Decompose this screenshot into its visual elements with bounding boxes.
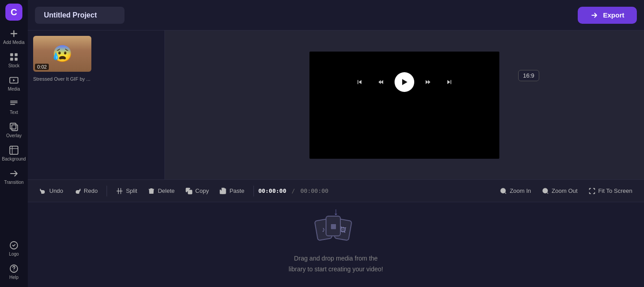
sidebar-label-help: Help: [9, 275, 19, 280]
delete-label: Delete: [158, 187, 175, 194]
sidebar-label-add-media: Add Media: [3, 40, 25, 45]
topbar: Untitled Project Export: [28, 0, 644, 30]
timecode-total: 00:00:00: [301, 187, 329, 194]
rewind-button[interactable]: [373, 74, 389, 90]
svg-rect-6: [10, 123, 16, 129]
bottom-section: Undo Redo Split Delete Copy Paste: [28, 179, 644, 287]
stock-icon: [9, 52, 19, 62]
project-title[interactable]: Untitled Project: [35, 7, 125, 24]
svg-rect-3: [15, 58, 17, 61]
sidebar-item-stock[interactable]: Stock: [0, 48, 28, 72]
zoom-out-button[interactable]: Zoom Out: [537, 185, 582, 197]
timecode-display: 00:00:00 / 00:00:00: [258, 187, 329, 194]
zoom-out-icon: [542, 187, 549, 195]
copy-label: Copy: [195, 187, 209, 194]
skip-to-end-button[interactable]: [441, 74, 457, 90]
svg-rect-2: [10, 58, 13, 61]
video-preview: [309, 52, 499, 159]
svg-line-16: [505, 192, 506, 194]
timeline-empty-line2: library to start creating your video!: [289, 265, 383, 273]
sidebar-label-media: Media: [8, 87, 20, 91]
toolbar: Undo Redo Split Delete Copy Paste: [28, 180, 644, 202]
sidebar-item-text[interactable]: Text: [0, 95, 28, 118]
export-arrow-icon: [590, 11, 598, 19]
transition-icon: [9, 169, 19, 178]
logo-letter: C: [11, 7, 17, 17]
sidebar: C Add Media Stock Media Text Overlay Bac…: [0, 0, 28, 287]
rewind-icon: [377, 78, 385, 86]
svg-rect-0: [10, 53, 13, 56]
logo-icon: [9, 240, 19, 250]
split-icon: [116, 187, 123, 195]
play-icon: [400, 78, 409, 87]
export-button[interactable]: Export: [578, 7, 637, 24]
sidebar-item-background[interactable]: Background: [0, 142, 28, 165]
paste-icon: [219, 187, 227, 195]
sidebar-item-help[interactable]: Help: [0, 260, 28, 283]
undo-label: Undo: [49, 187, 63, 194]
play-pause-button[interactable]: [395, 72, 414, 92]
svg-marker-5: [13, 79, 15, 82]
undo-icon: [39, 187, 47, 195]
overlay-icon: [9, 122, 19, 132]
timecode-divider: /: [292, 187, 295, 194]
timeline-empty-message: Drag and drop media from the library to …: [289, 253, 383, 275]
redo-button[interactable]: Redo: [69, 185, 102, 197]
fast-forward-icon: [424, 78, 432, 86]
aspect-ratio-badge: 16:9: [518, 70, 539, 81]
skip-end-icon: [445, 78, 453, 86]
timeline: ↓ ♪ ▦ 🖼 Drag and drop media from the lib…: [28, 202, 644, 287]
toolbar-right: Zoom In Zoom Out Fit To Screen: [495, 185, 637, 197]
app-logo[interactable]: C: [5, 4, 22, 21]
redo-icon: [74, 187, 81, 195]
media-panel: 0:02 Stressed Over It GIF by ...: [28, 30, 165, 179]
background-icon: [9, 145, 19, 155]
main-content: Untitled Project Export 0:02 Stressed Ov…: [28, 0, 644, 287]
timeline-empty-line1: Drag and drop media from the: [294, 255, 378, 262]
zoom-in-label: Zoom In: [510, 187, 531, 194]
fit-to-screen-icon: [588, 187, 596, 195]
sidebar-label-background: Background: [2, 157, 26, 161]
svg-rect-1: [15, 53, 17, 56]
svg-rect-13: [188, 190, 192, 194]
export-label: Export: [603, 11, 624, 19]
playback-controls: [352, 72, 457, 92]
preview-area: 16:9: [165, 30, 644, 179]
undo-button[interactable]: Undo: [35, 185, 68, 197]
timeline-empty-icon: ↓ ♪ ▦ 🖼: [316, 215, 356, 246]
toolbar-separator-1: [107, 186, 107, 196]
sidebar-item-media[interactable]: Media: [0, 72, 28, 95]
card-icon-2: ▦: [326, 216, 341, 236]
content-area: 0:02 Stressed Over It GIF by ... 16:9: [28, 30, 644, 179]
split-button[interactable]: Split: [112, 185, 142, 197]
sidebar-item-transition[interactable]: Transition: [0, 165, 28, 188]
help-icon: [9, 264, 19, 274]
svg-line-20: [547, 192, 548, 194]
delete-button[interactable]: Delete: [143, 185, 179, 197]
sidebar-label-stock: Stock: [8, 63, 19, 68]
zoom-in-button[interactable]: Zoom In: [495, 185, 536, 197]
skip-to-start-button[interactable]: [352, 74, 368, 90]
media-item-label: Stressed Over It GIF by ...: [33, 76, 91, 82]
media-grid: 0:02 Stressed Over It GIF by ...: [33, 36, 159, 82]
media-thumbnail-stressed-gif[interactable]: 0:02: [33, 36, 91, 72]
sidebar-item-add-media[interactable]: Add Media: [0, 25, 28, 48]
fast-forward-button[interactable]: [420, 74, 436, 90]
redo-label: Redo: [84, 187, 98, 194]
svg-marker-12: [402, 79, 408, 85]
skip-start-icon: [356, 78, 364, 86]
svg-point-11: [13, 270, 14, 271]
copy-button[interactable]: Copy: [181, 185, 213, 197]
fit-to-screen-button[interactable]: Fit To Screen: [584, 185, 637, 197]
media-icon: [9, 75, 19, 85]
text-icon: [9, 99, 19, 109]
delete-icon: [148, 187, 155, 195]
zoom-out-label: Zoom Out: [552, 187, 578, 194]
toolbar-separator-2: [253, 186, 254, 196]
paste-button[interactable]: Paste: [215, 185, 249, 197]
sidebar-item-logo[interactable]: Logo: [0, 237, 28, 260]
svg-rect-8: [10, 146, 18, 154]
timecode-current: 00:00:00: [258, 187, 287, 194]
split-label: Split: [126, 187, 137, 194]
sidebar-item-overlay[interactable]: Overlay: [0, 118, 28, 142]
